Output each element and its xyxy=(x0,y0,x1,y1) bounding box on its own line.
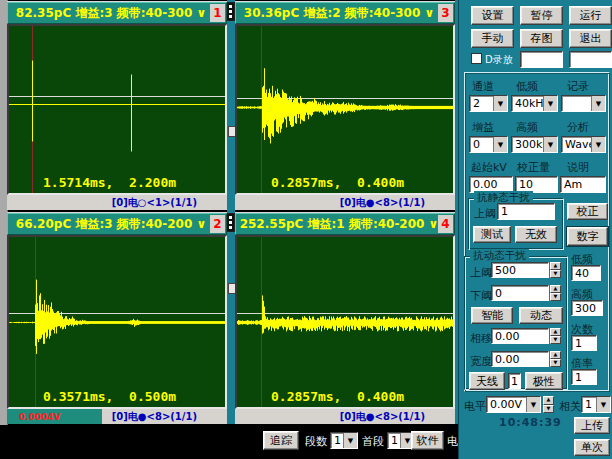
phase-field[interactable]: 0.00 xyxy=(491,328,549,344)
dropdown-arrow-icon[interactable]: ▼ xyxy=(591,137,605,152)
first-segment-label: 首段 xyxy=(362,434,384,449)
record-select[interactable]: ▼ xyxy=(561,95,606,112)
panel-title-bar[interactable]: 30.36pC 增益:2 频带:40-300 ∨ 3 xyxy=(235,2,455,24)
panel-title: 66.20pC 增益:3 频带:40-200 ∨ xyxy=(16,216,206,233)
track-button[interactable]: 追踪 xyxy=(263,431,299,450)
save-image-button[interactable]: 存图 xyxy=(520,29,563,48)
analysis-value: Wave xyxy=(565,138,591,151)
gain-select[interactable]: 0 ▼ xyxy=(469,136,508,153)
level-spinner[interactable]: ▲ ▼ xyxy=(543,396,554,413)
channel-badge: 2 xyxy=(209,215,225,233)
dropdown-arrow-icon[interactable]: ▼ xyxy=(543,137,557,152)
measurement-readout: 0.2857ms, 0.400m xyxy=(271,175,404,190)
channel-badge: 4 xyxy=(437,215,453,233)
control-panel: 设置 暂停 运行 手动 存图 退出 D录放 通道 低频 记录 2 ▼ 40kHz… xyxy=(458,0,612,459)
dropdown-arrow-icon[interactable]: ▼ xyxy=(526,397,540,412)
panel-title-bar[interactable]: 66.20pC 增益:3 频带:40-200 ∨ 2 xyxy=(7,213,227,235)
test-button[interactable]: 测试 xyxy=(473,226,511,243)
footer-note: 0.0004V xyxy=(7,409,102,424)
dyn-lower-spinner[interactable]: ▲ ▼ xyxy=(550,285,561,301)
software-button[interactable]: 软件 xyxy=(411,431,444,450)
manual-button[interactable]: 手动 xyxy=(471,29,514,48)
invalid-button[interactable]: 无效 xyxy=(515,226,557,243)
dynamic-button[interactable]: 动态 xyxy=(519,307,563,324)
width-spinner[interactable]: ▲ ▼ xyxy=(550,351,561,367)
correlation-select[interactable]: 1 ▼ xyxy=(581,396,611,413)
dropdown-arrow-icon[interactable]: ▼ xyxy=(493,137,507,152)
lowfreq-value: 40kHz xyxy=(515,97,543,110)
spinner-down-icon[interactable]: ▼ xyxy=(550,270,561,278)
spinner-up-icon[interactable]: ▲ xyxy=(550,262,561,270)
measurement-readout: 0.2857ms, 0.400m xyxy=(271,389,404,404)
bottom-toolbar: 追踪 段数 1 ▼ 首段 1 ▼ 软件 电平 xyxy=(0,425,458,459)
spinner-up-icon[interactable]: ▲ xyxy=(543,396,554,405)
channel-badge: 1 xyxy=(209,4,225,22)
panel-title-bar[interactable]: 252.55pC 增益:1 频带:40-200 ∨ 4 xyxy=(235,213,455,235)
channel-value: 2 xyxy=(473,97,493,110)
segments-value: 1 xyxy=(334,434,343,447)
pause-button[interactable]: 暂停 xyxy=(520,6,563,25)
dyn-upper-label: 上阈 xyxy=(470,265,492,280)
side-highfreq-field[interactable]: 300 xyxy=(571,300,603,316)
count-field[interactable]: 1 xyxy=(571,335,597,351)
spinner-up-icon[interactable]: ▲ xyxy=(550,328,561,336)
antenna-button[interactable]: 天线 xyxy=(469,372,505,390)
spinner-down-icon[interactable]: ▼ xyxy=(550,336,561,344)
highfreq-select[interactable]: 300kHz ▼ xyxy=(511,136,558,153)
single-shot-button[interactable]: 单次 xyxy=(574,439,610,456)
width-field[interactable]: 0.00 xyxy=(491,351,549,367)
run-button[interactable]: 运行 xyxy=(569,6,612,25)
static-upper-field[interactable]: 1 xyxy=(497,203,555,220)
first-segment-value: 1 xyxy=(391,434,400,447)
record-field-b[interactable] xyxy=(569,51,612,68)
spinner-down-icon[interactable]: ▼ xyxy=(550,293,561,301)
measurement-readout: 1.5714ms, 2.200m xyxy=(43,175,176,190)
panel-title-bar[interactable]: 82.35pC 增益:3 频带:40-300 ∨ 1 xyxy=(7,2,227,24)
waveform-display: 0.3571ms, 0.500m xyxy=(7,235,227,409)
side-lowfreq-field[interactable]: 40 xyxy=(571,265,601,281)
record-field-a[interactable] xyxy=(520,51,563,68)
spinner-down-icon[interactable]: ▼ xyxy=(543,405,554,414)
dyn-upper-field[interactable]: 500 xyxy=(491,262,549,278)
record-playback-checkbox[interactable] xyxy=(471,53,482,64)
dyn-lower-label: 下阈 xyxy=(470,288,492,303)
spinner-up-icon[interactable]: ▲ xyxy=(550,351,561,359)
panel-splitter-vertical[interactable] xyxy=(227,0,235,424)
polarity-button[interactable]: 极性 xyxy=(525,372,563,390)
antenna-count-field[interactable]: 1 xyxy=(508,373,521,389)
measurement-readout: 0.3571ms, 0.500m xyxy=(43,389,176,404)
dropdown-arrow-icon[interactable]: ▼ xyxy=(343,433,357,448)
dropdown-arrow-icon[interactable]: ▼ xyxy=(493,96,507,111)
correction-label: 校正量 xyxy=(517,160,550,175)
clock-display: 10:48:39 xyxy=(499,416,562,429)
upload-button[interactable]: 上传 xyxy=(574,417,610,434)
panel-title: 252.55pC 增益:1 频带:40-200 ∨ xyxy=(240,216,439,233)
panel-status-bar: [0]电●<8>(1/1) xyxy=(235,409,455,424)
rate-field[interactable]: 1 xyxy=(571,369,597,385)
gain-value: 0 xyxy=(473,138,493,151)
phase-spinner[interactable]: ▲ ▼ xyxy=(550,328,561,344)
channel-badge: 3 xyxy=(437,4,453,22)
status-text: [0]电●<8>(1/1) xyxy=(112,410,197,424)
spinner-down-icon[interactable]: ▼ xyxy=(550,359,561,367)
level-select[interactable]: 0.00V ▼ xyxy=(486,396,541,413)
analysis-select[interactable]: Wave ▼ xyxy=(561,136,606,153)
gain-label: 增益 xyxy=(472,120,494,135)
dyn-upper-spinner[interactable]: ▲ ▼ xyxy=(550,262,561,278)
exit-button[interactable]: 退出 xyxy=(569,29,612,48)
spinner-up-icon[interactable]: ▲ xyxy=(550,285,561,293)
channel-label: 通道 xyxy=(472,79,494,94)
setup-button[interactable]: 设置 xyxy=(471,6,514,25)
calibrate-button[interactable]: 校正 xyxy=(567,203,608,220)
dropdown-arrow-icon[interactable]: ▼ xyxy=(591,96,605,111)
lowfreq-select[interactable]: 40kHz ▼ xyxy=(511,95,558,112)
dyn-lower-field[interactable]: 0 xyxy=(491,285,549,301)
channel-select[interactable]: 2 ▼ xyxy=(469,95,508,112)
note-field[interactable]: Am xyxy=(560,176,606,193)
smart-button[interactable]: 智能 xyxy=(471,307,513,324)
segments-select[interactable]: 1 ▼ xyxy=(330,432,358,449)
waveform-display: 0.2857ms, 0.400m xyxy=(235,235,455,409)
digital-button[interactable]: 数字 xyxy=(567,227,608,246)
dropdown-arrow-icon[interactable]: ▼ xyxy=(596,397,610,412)
dropdown-arrow-icon[interactable]: ▼ xyxy=(543,96,557,111)
